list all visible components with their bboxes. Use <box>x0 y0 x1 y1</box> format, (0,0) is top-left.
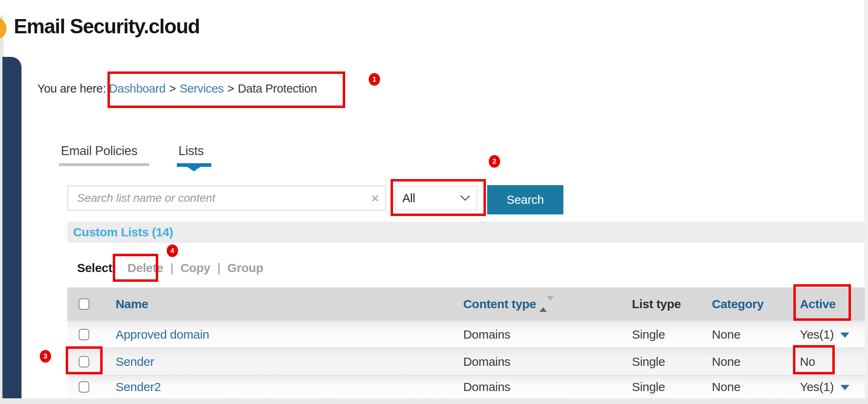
active-value: No <box>800 355 815 368</box>
content-type-cell: Domains <box>463 380 510 394</box>
bottom-gray-strip <box>0 398 868 404</box>
content-type-cell: Domains <box>463 355 510 369</box>
sort-icon[interactable] <box>539 300 554 308</box>
active-value: Yes(1) <box>800 328 834 341</box>
annotation-badge-2: 2 <box>489 155 500 168</box>
select-label: Select: <box>77 261 116 274</box>
table-row-approved-domain: Approved domain Domains Single None Yes(… <box>67 320 865 348</box>
column-header-content-type[interactable]: Content type <box>463 297 536 311</box>
list-name-link[interactable]: Sender2 <box>116 380 161 394</box>
group-action[interactable]: Group <box>228 261 264 274</box>
custom-lists-section-bar: Custom Lists (14) <box>67 222 865 243</box>
column-header-name[interactable]: Name <box>116 297 148 311</box>
table-header-row: Name Content type List type Category Act… <box>67 287 865 320</box>
custom-lists-table: Name Content type List type Category Act… <box>67 287 865 398</box>
tab-active-underline <box>177 163 211 167</box>
list-type-cell: Single <box>632 380 665 394</box>
chevron-down-icon <box>460 195 471 201</box>
breadcrumb-link-dashboard[interactable]: Dashboard <box>109 82 165 95</box>
column-header-list-type: List type <box>632 297 681 311</box>
bulk-actions-row: Select: Delete | Copy | Group <box>77 261 263 274</box>
active-cell: No <box>800 355 815 369</box>
breadcrumb-separator: > <box>228 82 234 95</box>
filter-dropdown[interactable]: All <box>395 186 477 210</box>
brand-logo-icon <box>0 17 6 40</box>
annotation-badge-4: 4 <box>167 244 178 257</box>
active-dropdown-icon[interactable] <box>840 333 849 338</box>
select-all-checkbox[interactable] <box>79 298 89 310</box>
list-name-link[interactable]: Approved domain <box>116 328 209 341</box>
tab-inactive-underline <box>59 163 149 166</box>
email-security-app: Email Security.cloud You are here: Dashb… <box>0 0 868 404</box>
category-cell: None <box>712 328 741 341</box>
search-button[interactable]: Search <box>487 185 563 214</box>
column-header-category[interactable]: Category <box>712 297 764 311</box>
filter-dropdown-value: All <box>402 192 415 205</box>
breadcrumb-prefix: You are here: <box>37 82 106 95</box>
breadcrumb-separator: > <box>169 82 176 95</box>
table-row-sender2: Sender2 Domains Single None Yes(1) <box>67 375 865 398</box>
row-checkbox[interactable] <box>79 381 89 393</box>
active-cell: Yes(1) <box>800 380 849 394</box>
breadcrumb-current-page: Data Protection <box>238 82 317 95</box>
action-separator: | <box>217 261 220 274</box>
list-type-cell: Single <box>632 328 665 341</box>
search-input[interactable] <box>68 186 385 210</box>
list-type-cell: Single <box>632 355 665 369</box>
list-name-link[interactable]: Sender <box>116 355 154 369</box>
active-value: Yes(1) <box>800 380 834 393</box>
row-checkbox[interactable] <box>79 329 89 340</box>
tab-lists[interactable]: Lists <box>177 144 211 167</box>
active-dropdown-icon[interactable] <box>840 385 849 390</box>
tab-email-policies[interactable]: Email Policies <box>59 144 149 166</box>
delete-action[interactable]: Delete <box>127 261 163 274</box>
breadcrumb-link-services[interactable]: Services <box>180 82 224 95</box>
column-header-active[interactable]: Active <box>800 297 836 311</box>
clear-search-icon[interactable]: × <box>372 192 379 205</box>
row-checkbox[interactable] <box>79 356 89 367</box>
breadcrumb: You are here: Dashboard>Services>Data Pr… <box>37 82 317 95</box>
action-separator: | <box>170 261 174 274</box>
app-title: Email Security.cloud <box>14 15 200 38</box>
annotation-badge-1: 1 <box>369 73 380 86</box>
tab-lists-label: Lists <box>178 144 211 158</box>
tab-email-policies-label: Email Policies <box>61 144 149 158</box>
right-scroll-strip[interactable] <box>864 0 868 404</box>
category-cell: None <box>712 380 741 394</box>
content-type-cell: Domains <box>463 328 510 341</box>
sort-asc-arrow-icon <box>539 300 547 312</box>
table-row-sender: Sender Domains Single None No <box>67 348 865 375</box>
active-cell: Yes(1) <box>800 328 849 341</box>
custom-lists-title: Custom Lists (14) <box>73 225 173 239</box>
search-field-wrap: × <box>67 186 386 211</box>
tab-active-notch <box>187 167 200 171</box>
copy-action[interactable]: Copy <box>180 261 211 274</box>
sort-desc-arrow-icon <box>547 296 554 307</box>
category-cell: None <box>712 355 741 369</box>
annotation-badge-3: 3 <box>40 350 51 363</box>
sidebar-nav-strip[interactable] <box>2 57 21 399</box>
